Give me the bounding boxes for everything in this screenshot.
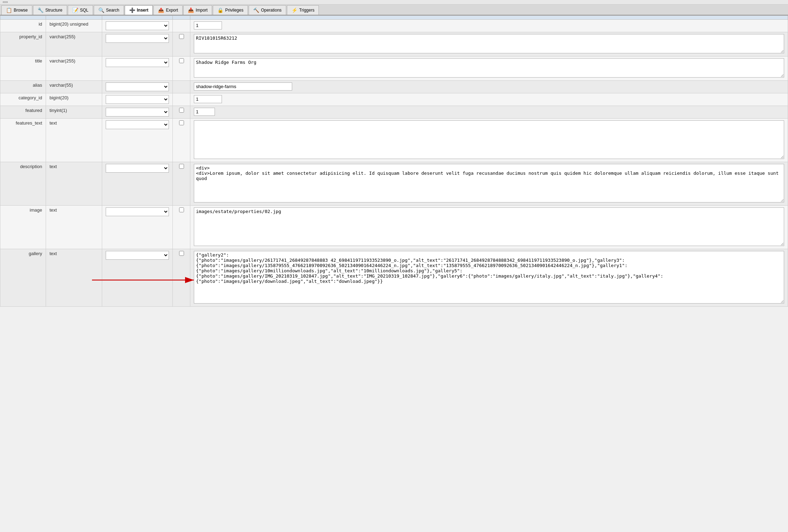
cell-null-description[interactable] — [173, 162, 190, 206]
cell-type-category_id: bigint(20) — [46, 93, 102, 106]
cell-value-property_id[interactable] — [190, 32, 788, 56]
value-textarea-title[interactable] — [194, 58, 784, 78]
operations-icon: 🔨 — [253, 7, 259, 13]
function-select-alias[interactable] — [106, 82, 169, 91]
cell-function-features_text[interactable] — [102, 119, 173, 162]
insert-table: idbigint(20) unsignedproperty_idvarchar(… — [0, 15, 788, 307]
cell-null-image[interactable] — [173, 206, 190, 249]
back-button[interactable] — [3, 1, 8, 3]
value-textarea-image[interactable] — [194, 207, 784, 246]
tab-sql[interactable]: 📝 SQL — [68, 5, 93, 15]
tab-operations-label: Operations — [261, 8, 282, 13]
tab-search[interactable]: 🔍 Search — [94, 5, 124, 15]
table-row: titlevarchar(255) — [0, 56, 788, 81]
cell-type-image: text — [46, 206, 102, 249]
cell-column-image: image — [0, 206, 46, 249]
cell-function-image[interactable] — [102, 206, 173, 249]
null-checkbox-gallery[interactable] — [179, 251, 184, 256]
null-checkbox-description[interactable] — [179, 164, 184, 169]
cell-function-alias[interactable] — [102, 81, 173, 93]
cell-value-gallery[interactable] — [190, 249, 788, 307]
value-input-alias[interactable] — [194, 82, 292, 91]
cell-function-gallery[interactable] — [102, 249, 173, 307]
function-select-category_id[interactable] — [106, 95, 169, 104]
tab-import-label: Import — [196, 8, 208, 13]
table-row: gallerytext — [0, 249, 788, 307]
tab-insert[interactable]: ➕ Insert — [125, 5, 153, 15]
tab-browse[interactable]: 📋 Browse — [1, 5, 32, 15]
tab-import[interactable]: 📥 Import — [183, 5, 212, 15]
function-select-title[interactable] — [106, 58, 169, 67]
tab-insert-label: Insert — [137, 8, 149, 13]
cell-column-description: description — [0, 162, 46, 206]
function-select-image[interactable] — [106, 207, 169, 216]
null-checkbox-featured[interactable] — [179, 108, 184, 113]
cell-value-featured[interactable] — [190, 106, 788, 119]
value-textarea-gallery[interactable] — [194, 251, 784, 304]
cell-function-description[interactable] — [102, 162, 173, 206]
cell-value-title[interactable] — [190, 56, 788, 81]
cell-value-alias[interactable] — [190, 81, 788, 93]
tab-operations[interactable]: 🔨 Operations — [249, 5, 286, 15]
cell-null-features_text[interactable] — [173, 119, 190, 162]
table-row: aliasvarchar(55) — [0, 81, 788, 93]
value-input-featured[interactable] — [194, 108, 215, 116]
browse-icon: 📋 — [6, 7, 12, 13]
cell-function-title[interactable] — [102, 56, 173, 81]
cell-column-gallery: gallery — [0, 249, 46, 307]
cell-type-alias: varchar(55) — [46, 81, 102, 93]
cell-value-description[interactable] — [190, 162, 788, 206]
function-select-featured[interactable] — [106, 108, 169, 117]
value-textarea-property_id[interactable] — [194, 34, 784, 53]
tab-triggers[interactable]: ⚡ Triggers — [287, 5, 319, 15]
cell-type-title: varchar(255) — [46, 56, 102, 81]
tab-structure[interactable]: 🔧 Structure — [33, 5, 67, 15]
cell-value-category_id[interactable] — [190, 93, 788, 106]
function-select-property_id[interactable] — [106, 34, 169, 43]
cell-type-featured: tinyint(1) — [46, 106, 102, 119]
function-select-id[interactable] — [106, 21, 169, 30]
tab-privileges-label: Privileges — [225, 8, 243, 13]
cell-null-property_id[interactable] — [173, 32, 190, 56]
cell-function-category_id[interactable] — [102, 93, 173, 106]
tab-export[interactable]: 📤 Export — [153, 5, 183, 15]
cell-value-image[interactable] — [190, 206, 788, 249]
cell-function-property_id[interactable] — [102, 32, 173, 56]
structure-icon: 🔧 — [38, 7, 44, 13]
cell-column-alias: alias — [0, 81, 46, 93]
header-column — [0, 16, 46, 20]
cell-column-features_text: features_text — [0, 119, 46, 162]
cell-function-id[interactable] — [102, 20, 173, 32]
cell-type-id: bigint(20) unsigned — [46, 20, 102, 32]
cell-null-id[interactable] — [173, 20, 190, 32]
header-value — [190, 16, 788, 20]
cell-null-category_id[interactable] — [173, 93, 190, 106]
header-null — [173, 16, 190, 20]
header-type — [46, 16, 102, 20]
function-select-description[interactable] — [106, 164, 169, 173]
value-input-category_id[interactable] — [194, 95, 222, 103]
cell-function-featured[interactable] — [102, 106, 173, 119]
function-select-gallery[interactable] — [106, 251, 169, 260]
value-textarea-features_text[interactable] — [194, 120, 784, 159]
null-checkbox-title[interactable] — [179, 58, 184, 63]
value-textarea-description[interactable] — [194, 164, 784, 202]
null-checkbox-image[interactable] — [179, 207, 184, 212]
cell-null-featured[interactable] — [173, 106, 190, 119]
tab-privileges[interactable]: 🔒 Privileges — [213, 5, 248, 15]
cell-column-property_id: property_id — [0, 32, 46, 56]
triggers-icon: ⚡ — [291, 7, 297, 13]
cell-null-gallery[interactable] — [173, 249, 190, 307]
nav-tabs: 📋 Browse 🔧 Structure 📝 SQL 🔍 Search ➕ In… — [0, 5, 788, 15]
null-checkbox-features_text[interactable] — [179, 120, 184, 125]
function-select-features_text[interactable] — [106, 120, 169, 129]
value-input-id[interactable] — [194, 21, 222, 29]
cell-value-id[interactable] — [190, 20, 788, 32]
cell-null-alias[interactable] — [173, 81, 190, 93]
sql-icon: 📝 — [72, 7, 78, 13]
null-checkbox-property_id[interactable] — [179, 34, 184, 39]
tab-triggers-label: Triggers — [299, 8, 315, 13]
cell-null-title[interactable] — [173, 56, 190, 81]
table-row: descriptiontext — [0, 162, 788, 206]
cell-value-features_text[interactable] — [190, 119, 788, 162]
